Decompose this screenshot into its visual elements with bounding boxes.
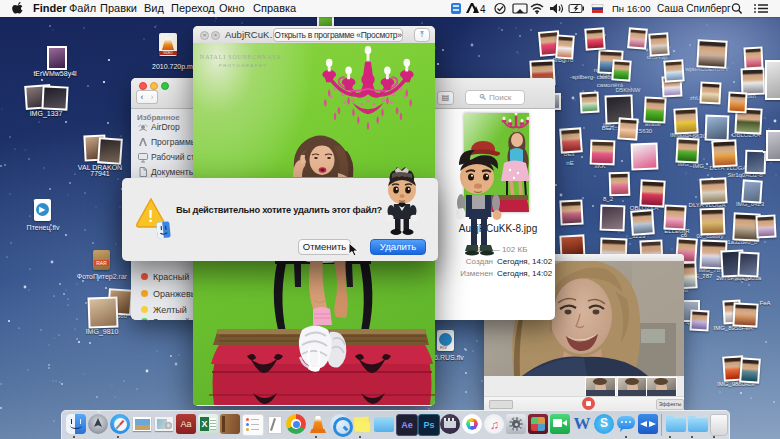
svg-text:NATALI SOUNECHNAYA: NATALI SOUNECHNAYA xyxy=(200,54,282,60)
svg-text:!: ! xyxy=(148,208,153,225)
svg-text:4: 4 xyxy=(480,4,486,15)
svg-text:PHOTOGRAPHY: PHOTOGRAPHY xyxy=(219,63,268,68)
